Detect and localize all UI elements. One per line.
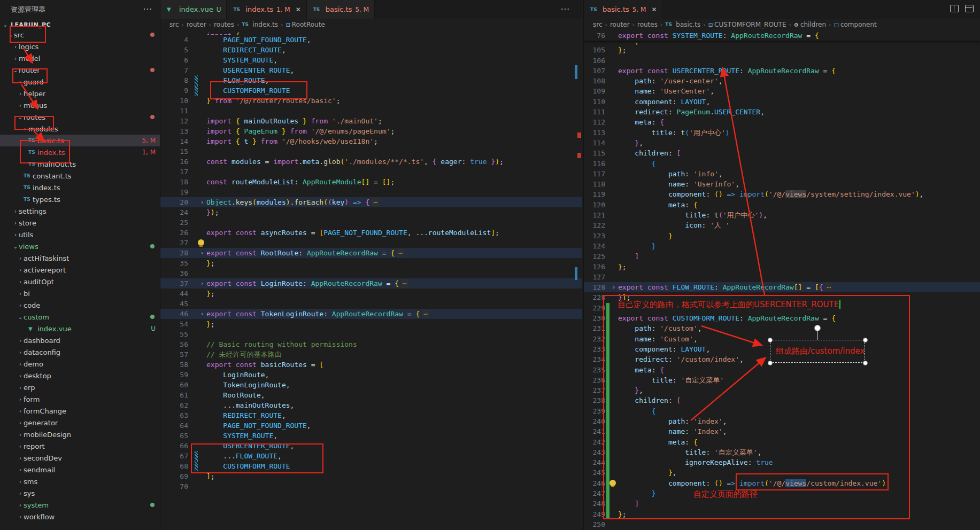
sidebar-item-store[interactable]: ›store bbox=[0, 217, 160, 229]
sidebar-item-activereport[interactable]: ›activereport bbox=[0, 264, 160, 276]
code-line-36[interactable]: 36 bbox=[160, 268, 582, 278]
folded-ellipsis[interactable]: ⋯ bbox=[422, 310, 429, 318]
code-line-70[interactable]: 70 bbox=[160, 481, 582, 492]
code-line-45[interactable]: 45 bbox=[160, 299, 582, 309]
right-breadcrumb[interactable]: src›router›routes›TSbasic.ts›⊡CUSTOMFORM… bbox=[584, 19, 980, 30]
code-line-250[interactable]: 250 bbox=[584, 519, 980, 529]
code-line-7[interactable]: 7 USERCENTER_ROUTE, bbox=[160, 65, 582, 75]
sidebar-item-constant-ts[interactable]: TSconstant.ts bbox=[0, 170, 160, 182]
breadcrumb-item[interactable]: src bbox=[593, 21, 603, 28]
code-line-59[interactable]: 59 LoginRoute, bbox=[160, 370, 582, 380]
sidebar-item-system[interactable]: ›system bbox=[0, 499, 160, 511]
code-line-26[interactable]: 26export const asyncRoutes = [PAGE_NOT_F… bbox=[160, 228, 582, 238]
breadcrumb-item[interactable]: index.ts bbox=[252, 21, 278, 28]
tab-index-ts[interactable]: TSindex.ts1, M✕ bbox=[227, 0, 306, 19]
code-line-107[interactable]: 107export const USERCENTER_ROUTE: AppRou… bbox=[584, 66, 980, 76]
code-line-5[interactable]: 5 REDIRECT_ROUTE, bbox=[160, 45, 582, 55]
code-line-35[interactable]: 35}; bbox=[160, 258, 582, 268]
breadcrumb-item[interactable]: basic.ts bbox=[676, 21, 700, 28]
sidebar-item-utils[interactable]: ›utils bbox=[0, 229, 160, 240]
sidebar-item-demo[interactable]: ›demo bbox=[0, 358, 160, 370]
code-line-109[interactable]: 109 name: 'UserCenter', bbox=[584, 86, 980, 96]
code-line-115[interactable]: 115 children: [ bbox=[584, 148, 980, 158]
code-line-54[interactable]: 54}; bbox=[160, 319, 582, 329]
breadcrumb-item[interactable]: children bbox=[800, 21, 826, 28]
sidebar-item-secondDev[interactable]: ›secondDev bbox=[0, 452, 160, 464]
folded-ellipsis[interactable]: ⋯ bbox=[372, 198, 379, 206]
code-line-62[interactable]: 62 ...mainOutRoutes, bbox=[160, 400, 582, 410]
fold-chevron-icon[interactable]: › bbox=[198, 278, 206, 289]
code-line-110[interactable]: 110 component: LAYOUT, bbox=[584, 97, 980, 107]
code-line-113[interactable]: 113 title: t('用户中心') bbox=[584, 128, 980, 138]
sidebar-item-report[interactable]: ›report bbox=[0, 440, 160, 452]
sidebar-item-desktop[interactable]: ›desktop bbox=[0, 370, 160, 381]
code-line-118[interactable]: 118 name: 'UserInfo', bbox=[584, 179, 980, 189]
code-line-4[interactable]: 4 PAGE_NOT_FOUND_ROUTE, bbox=[160, 35, 582, 45]
code-line-6[interactable]: 6 SYSTEM_ROUTE, bbox=[160, 55, 582, 65]
code-line-120[interactable]: 120 meta: { bbox=[584, 200, 980, 210]
sidebar-item-views[interactable]: ⌄views bbox=[0, 240, 160, 252]
selection-handle[interactable] bbox=[863, 361, 868, 365]
rotate-handle[interactable] bbox=[814, 325, 821, 331]
fold-chevron-icon[interactable]: › bbox=[609, 282, 618, 292]
folded-ellipsis[interactable]: ⋯ bbox=[401, 279, 408, 287]
code-line-121[interactable]: 121 title: t('用户中心'), bbox=[584, 210, 980, 220]
code-line-44[interactable]: 44}; bbox=[160, 289, 582, 299]
code-line-12[interactable]: 12import { mainOutRoutes } from './mainO… bbox=[160, 116, 582, 126]
code-line-57[interactable]: 57// 未经许可的基本路由 bbox=[160, 349, 582, 360]
breadcrumb-item[interactable]: src bbox=[169, 21, 179, 28]
code-line-16[interactable]: 16const modules = import.meta.glob('./mo… bbox=[160, 157, 582, 167]
tab-basic-ts[interactable]: TSbasic.ts5, M bbox=[307, 0, 375, 19]
sidebar-item-index-vue[interactable]: ▼index.vueU bbox=[0, 323, 160, 334]
sidebar-item-workflow[interactable]: ›workflow bbox=[0, 511, 160, 523]
sidebar-item-types-ts[interactable]: TStypes.ts bbox=[0, 193, 160, 205]
code-line-64[interactable]: 64 PAGE_NOT_FOUND_ROUTE, bbox=[160, 420, 582, 431]
code-line-61[interactable]: 61 RootRoute, bbox=[160, 390, 582, 400]
fold-chevron-icon[interactable]: › bbox=[198, 248, 206, 258]
sidebar-item-code[interactable]: ›code bbox=[0, 299, 160, 311]
sidebar-item-model[interactable]: ›model bbox=[0, 52, 160, 64]
code-line-28[interactable]: 28›export const RootRoute: AppRouteRecor… bbox=[160, 248, 582, 258]
breadcrumb-item[interactable]: router bbox=[610, 21, 630, 28]
sidebar-item-formChange[interactable]: ›formChange bbox=[0, 405, 160, 417]
code-line-18[interactable]: 18const routeModuleList: AppRouteModule[… bbox=[160, 177, 582, 187]
code-line-128[interactable]: 128›export const FLOW_ROUTE: AppRouteRec… bbox=[584, 282, 980, 292]
sidebar-item-helper[interactable]: ›helper bbox=[0, 88, 160, 99]
breadcrumb-item[interactable]: CUSTOMFORM_ROUTE bbox=[714, 21, 786, 28]
code-line-37[interactable]: 37›export const LoginRoute: AppRouteReco… bbox=[160, 278, 582, 289]
code-line-114[interactable]: 114 }, bbox=[584, 138, 980, 148]
lightbulb-icon[interactable] bbox=[198, 239, 204, 246]
split-editor-icon[interactable] bbox=[950, 5, 959, 12]
breadcrumb-item[interactable]: routes bbox=[637, 21, 658, 28]
code-line-17[interactable]: 17 bbox=[160, 167, 582, 177]
fold-chevron-icon[interactable]: › bbox=[198, 309, 206, 319]
editor-more-actions-icon[interactable]: ··· bbox=[561, 5, 570, 14]
code-line-65[interactable]: 65 SYSTEM_ROUTE, bbox=[160, 431, 582, 441]
code-line-105[interactable]: 105}; bbox=[584, 45, 980, 55]
sidebar-item-menus[interactable]: ›menus bbox=[0, 99, 160, 111]
code-line-117[interactable]: 117 path: 'info', bbox=[584, 169, 980, 179]
code-line-125[interactable]: 125 ] bbox=[584, 251, 980, 261]
close-icon[interactable]: ✕ bbox=[651, 6, 657, 13]
code-line-24[interactable]: 24}); bbox=[160, 207, 582, 217]
selection-handle[interactable] bbox=[863, 338, 868, 342]
sidebar-item-sys[interactable]: ›sys bbox=[0, 487, 160, 499]
sidebar-item-custom[interactable]: ⌄custom bbox=[0, 311, 160, 323]
code-line-46[interactable]: 46›export const TokenLoginRoute: AppRout… bbox=[160, 309, 582, 319]
code-line-63[interactable]: 63 REDIRECT_ROUTE, bbox=[160, 410, 582, 420]
code-line-14[interactable]: 14import { t } from '/@/hooks/web/useI18… bbox=[160, 136, 582, 146]
sidebar-item-dataconfig[interactable]: ›dataconfig bbox=[0, 346, 160, 358]
code-line-124[interactable]: 124 } bbox=[584, 241, 980, 251]
tab-basic-ts[interactable]: TSbasic.ts5, M✕ bbox=[584, 0, 662, 19]
code-line-108[interactable]: 108 path: '/user-center', bbox=[584, 76, 980, 86]
selection-handle[interactable] bbox=[768, 338, 773, 342]
code-line-20[interactable]: 20›Object.keys(modules).forEach((key) =>… bbox=[160, 197, 582, 207]
code-line-126[interactable]: 126}; bbox=[584, 262, 980, 272]
selection-handle[interactable] bbox=[768, 361, 773, 365]
code-line-15[interactable]: 15 bbox=[160, 146, 582, 157]
sidebar-item-bi[interactable]: ›bi bbox=[0, 287, 160, 299]
sidebar-item-sms[interactable]: ›sms bbox=[0, 476, 160, 487]
code-line-56[interactable]: 56// Basic routing without permissions bbox=[160, 339, 582, 349]
breadcrumb-item[interactable]: routes bbox=[214, 21, 234, 28]
customize-layout-icon[interactable] bbox=[965, 5, 974, 12]
